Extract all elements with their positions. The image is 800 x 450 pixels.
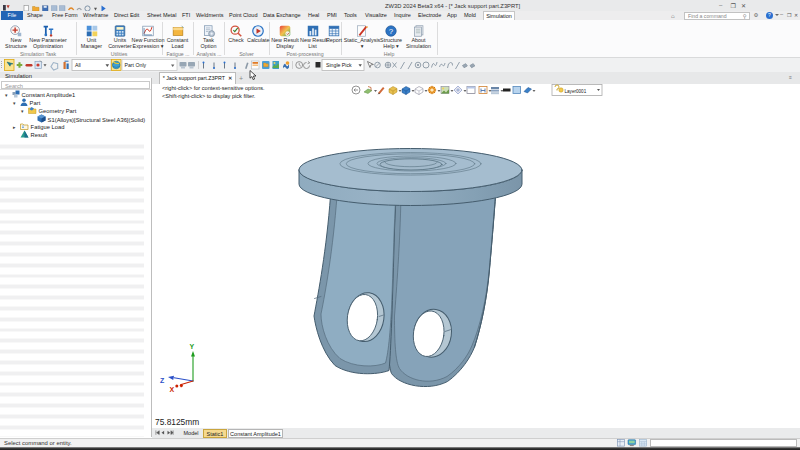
svg-text:Single Pick: Single Pick	[326, 62, 352, 68]
svg-text:?: ?	[389, 26, 394, 35]
svg-text:X: X	[170, 386, 175, 393]
svg-text:Z: Z	[160, 377, 165, 384]
svg-text:Y: Y	[190, 343, 195, 350]
svg-text:All: All	[75, 62, 81, 68]
svg-text:Part Only: Part Only	[125, 62, 147, 68]
svg-text:Layer0001: Layer0001	[565, 89, 587, 94]
